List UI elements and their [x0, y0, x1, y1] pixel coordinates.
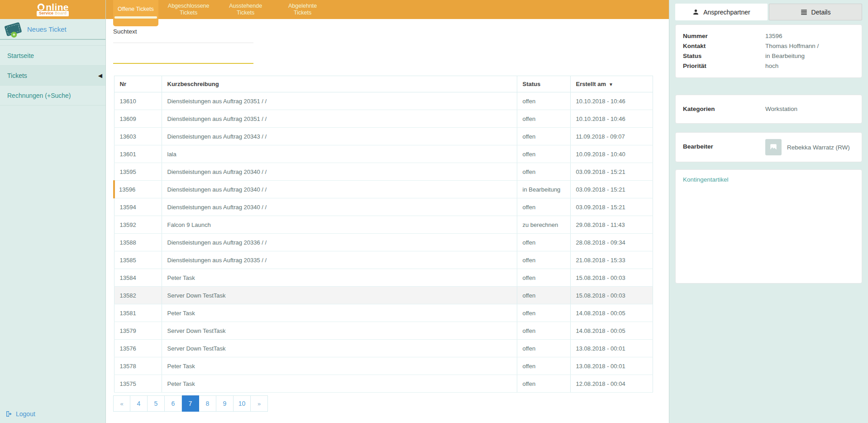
cell-status: offen — [517, 110, 570, 128]
table-row[interactable]: 13584Peter Taskoffen15.08.2018 - 00:03 — [114, 269, 653, 287]
cell-nr: 13582 — [114, 287, 162, 304]
quota-articles-label: Kontingentartikel — [683, 176, 854, 183]
page-button-7[interactable]: 7 — [182, 395, 199, 412]
tab-abgelehnte-tickets[interactable]: Abgelehnte Tickets — [276, 0, 329, 19]
cell-kurzbeschreibung: Server Down TestTask — [162, 322, 517, 340]
cell-status: offen — [517, 198, 570, 216]
sidebar: nline ServiceBoard + Neues Ticket Starts… — [0, 0, 106, 423]
field-value: in Bearbeitung — [765, 51, 805, 61]
tab-offene-tickets[interactable]: Offene Tickets — [113, 0, 158, 26]
table-row[interactable]: 13603Dienstleistungen aus Auftrag 20343 … — [114, 128, 653, 145]
detail-tab-bar: AnsprechpartnerDetails — [675, 4, 862, 20]
cell-nr: 13595 — [114, 163, 162, 181]
cell-nr: 13581 — [114, 304, 162, 322]
cell-nr: 13579 — [114, 322, 162, 340]
sidebar-item-startseite[interactable]: Startseite — [0, 46, 105, 66]
cell-kurzbeschreibung: Server Down TestTask — [162, 287, 517, 304]
cell-nr: 13594 — [114, 198, 162, 216]
table-row[interactable]: 13588Dienstleistungen aus Auftrag 20336 … — [114, 234, 653, 251]
page-button-10[interactable]: 10 — [234, 395, 251, 412]
cell-erstellt-am: 10.10.2018 - 10:46 — [570, 110, 653, 128]
cell-status: offen — [517, 340, 570, 357]
logout-button[interactable]: Logout — [5, 410, 35, 418]
cell-status: in Bearbeitung — [517, 181, 570, 198]
detail-field-nummer: Nummer13596 — [683, 31, 854, 41]
table-row[interactable]: 13594Dienstleistungen aus Auftrag 20340 … — [114, 198, 653, 216]
table-row[interactable]: 13609Dienstleistungen aus Auftrag 20351 … — [114, 110, 653, 128]
tab-ausstehende-tickets[interactable]: Ausstehende Tickets — [219, 0, 272, 19]
page-prev-button[interactable]: « — [113, 395, 130, 412]
cell-kurzbeschreibung: Peter Task — [162, 269, 517, 287]
sort-desc-icon[interactable]: ▼ — [609, 82, 613, 87]
page-next-button[interactable]: » — [251, 395, 268, 412]
column-header-erstellt-am[interactable]: Erstellt am▼ — [570, 76, 653, 92]
sidebar-nav: StartseiteTickets◀Rechnungen (+Suche) — [0, 45, 105, 106]
cell-erstellt-am: 29.08.2018 - 11:43 — [570, 216, 653, 234]
sidebar-item-label: Rechnungen (+Suche) — [7, 92, 71, 99]
cell-nr: 13575 — [114, 375, 162, 393]
cell-erstellt-am: 21.08.2018 - 15:33 — [570, 251, 653, 269]
table-row[interactable]: 13601lalaoffen10.09.2018 - 10:40 — [114, 145, 653, 163]
cell-erstellt-am: 03.09.2018 - 15:21 — [570, 198, 653, 216]
headset-o-icon — [37, 3, 45, 11]
cell-erstellt-am: 13.08.2018 - 00:01 — [570, 357, 653, 375]
table-row[interactable]: 13575Peter Taskoffen12.08.2018 - 00:04 — [114, 375, 653, 393]
cell-kurzbeschreibung: Dienstleistungen aus Auftrag 20343 / / — [162, 128, 517, 145]
sidebar-item-tickets[interactable]: Tickets◀ — [0, 66, 105, 86]
detail-field-priorit-t: Prioritäthoch — [683, 61, 854, 71]
page-button-6[interactable]: 6 — [165, 395, 182, 412]
table-row[interactable]: 13592Falcon 9 Launchzu berechnen29.08.20… — [114, 216, 653, 234]
column-header-status[interactable]: Status — [517, 76, 570, 92]
cell-erstellt-am: 14.08.2018 - 00:05 — [570, 322, 653, 340]
cell-status: zu berechnen — [517, 216, 570, 234]
field-label: Nummer — [683, 31, 765, 41]
cell-kurzbeschreibung: Dienstleistungen aus Auftrag 20340 / / — [162, 198, 517, 216]
agent-value: Rebekka Warratz (RW) — [787, 144, 850, 151]
table-row[interactable]: 13576Server Down TestTaskoffen13.08.2018… — [114, 340, 653, 357]
collapse-arrow-icon[interactable]: ◀ — [98, 72, 102, 79]
table-row[interactable]: 13610Dienstleistungen aus Auftrag 20351 … — [114, 92, 653, 110]
cell-nr: 13603 — [114, 128, 162, 145]
cell-erstellt-am: 10.10.2018 - 10:46 — [570, 92, 653, 110]
column-header-nr[interactable]: Nr — [114, 76, 162, 92]
cell-status: offen — [517, 269, 570, 287]
table-row[interactable]: 13582Server Down TestTaskoffen15.08.2018… — [114, 287, 653, 304]
page-button-5[interactable]: 5 — [148, 395, 165, 412]
table-row[interactable]: 13578Peter Taskoffen13.08.2018 - 00:01 — [114, 357, 653, 375]
tickets-table-header: NrKurzbeschreibungStatusErstellt am▼ — [114, 76, 653, 92]
detail-tab-ansprechpartner[interactable]: Ansprechpartner — [675, 4, 768, 20]
new-ticket-button[interactable]: + Neues Ticket — [0, 19, 105, 40]
agent-label: Bearbeiter — [683, 139, 765, 150]
quota-articles-card: Kontingentartikel — [675, 169, 862, 284]
detail-tab-label: Details — [811, 9, 831, 16]
cell-nr: 13609 — [114, 110, 162, 128]
cell-status: offen — [517, 287, 570, 304]
logo-subtitle-board: Board — [55, 11, 67, 15]
table-row[interactable]: 13579Server Down TestTaskoffen14.08.2018… — [114, 322, 653, 340]
cell-nr: 13610 — [114, 92, 162, 110]
sidebar-item-rechnungen-suche[interactable]: Rechnungen (+Suche) — [0, 86, 105, 106]
table-row[interactable]: 13595Dienstleistungen aus Auftrag 20340 … — [114, 163, 653, 181]
column-header-kurzbeschreibung[interactable]: Kurzbeschreibung — [162, 76, 517, 92]
cell-erstellt-am: 03.09.2018 - 15:21 — [570, 181, 653, 198]
detail-field-kontakt: KontaktThomas Hoffmann / — [683, 41, 854, 51]
detail-tab-details[interactable]: Details — [769, 4, 862, 20]
cell-nr: 13588 — [114, 234, 162, 251]
field-label: Kontakt — [683, 41, 765, 51]
search-input[interactable]: Suchtext — [113, 27, 253, 43]
table-row[interactable]: 13581Peter Taskoffen14.08.2018 - 00:05 — [114, 304, 653, 322]
table-row[interactable]: 13596Dienstleistungen aus Auftrag 20340 … — [114, 181, 653, 198]
table-row[interactable]: 13585Dienstleistungen aus Auftrag 20335 … — [114, 251, 653, 269]
field-value: hoch — [765, 61, 778, 71]
field-value: 13596 — [765, 31, 782, 41]
cell-kurzbeschreibung: Dienstleistungen aus Auftrag 20340 / / — [162, 163, 517, 181]
cell-status: offen — [517, 145, 570, 163]
sidebar-item-label: Tickets — [7, 72, 27, 79]
search-filter-input[interactable] — [113, 56, 253, 64]
pagination: «45678910» — [113, 395, 669, 412]
page-button-9[interactable]: 9 — [216, 395, 234, 412]
page-button-8[interactable]: 8 — [199, 395, 216, 412]
cell-nr: 13578 — [114, 357, 162, 375]
page-button-4[interactable]: 4 — [130, 395, 148, 412]
tab-abgeschlossene-tickets[interactable]: Abgeschlossene Tickets — [162, 0, 215, 19]
